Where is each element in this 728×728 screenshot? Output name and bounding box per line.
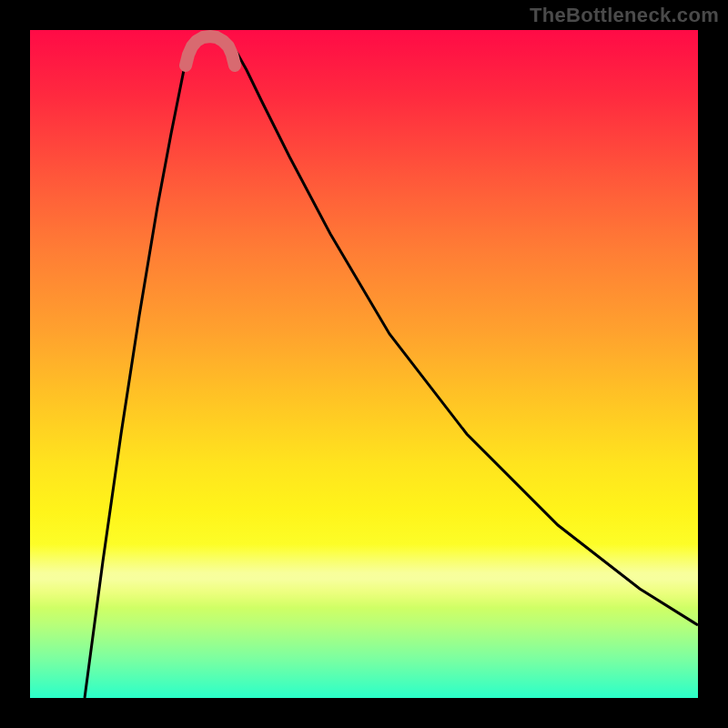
plot-area [30, 30, 698, 698]
curve-svg [30, 30, 698, 698]
right-branch-path [226, 42, 698, 625]
watermark-text: TheBottleneck.com [530, 4, 719, 27]
valley-marker-path [186, 36, 235, 66]
left-branch-path [85, 42, 194, 698]
outer-frame: TheBottleneck.com [0, 0, 728, 728]
